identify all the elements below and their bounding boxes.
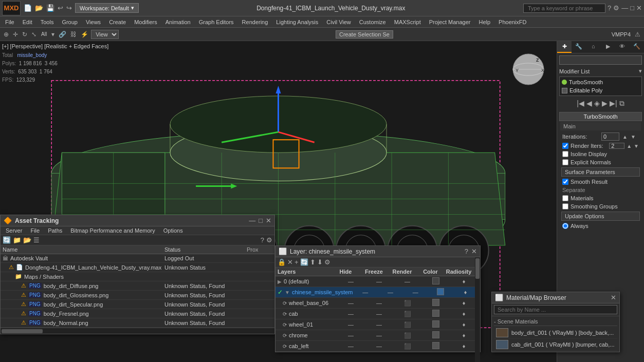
lw-tool-lock[interactable]: 🔒 [278, 258, 286, 266]
create-selection-button[interactable]: Create Selection Se [336, 30, 393, 39]
at-row-vault[interactable]: 🏛 Autodesk Vault Logged Out [1, 254, 274, 263]
menu-maxscript[interactable]: MAXScript [390, 18, 425, 26]
at-tool-list[interactable]: ☰ [33, 236, 40, 244]
menu-file[interactable]: File [1, 18, 19, 26]
lw-tool-close[interactable]: ✕ [287, 258, 293, 266]
menu-create[interactable]: Create [105, 18, 130, 26]
menu-tools[interactable]: Tools [36, 18, 58, 26]
lw-missile-color[interactable] [428, 288, 453, 296]
menu-edit[interactable]: Edit [19, 18, 36, 26]
smooth-result-checkbox[interactable] [562, 179, 568, 185]
lw-chrome-hide[interactable]: — [337, 332, 365, 338]
filter-icon[interactable]: ▾ [50, 30, 56, 39]
menu-group[interactable]: Group [58, 18, 82, 26]
lw-cab-left-hide[interactable]: — [337, 343, 365, 349]
lw-wheel-base-freeze[interactable]: — [365, 300, 393, 306]
viewport-mode-select[interactable]: View [91, 30, 119, 39]
at-menu-paths[interactable]: Paths [44, 227, 66, 234]
at-row-maps-folder[interactable]: 📁 Maps / Shaders [1, 272, 274, 281]
mb-search-input[interactable] [494, 305, 617, 314]
lw-default-hide[interactable]: — [337, 278, 365, 284]
undo-icon[interactable]: ↩ [57, 3, 64, 13]
menu-views[interactable]: Views [82, 18, 105, 26]
lw-default-render[interactable]: — [393, 278, 421, 284]
at-close-button[interactable]: ✕ [266, 217, 271, 224]
rp-tab-hierarchy[interactable]: ⌂ [586, 41, 600, 53]
maximize-icon[interactable]: □ [630, 4, 634, 12]
lw-chrome-color[interactable] [421, 331, 450, 339]
at-menu-server[interactable]: Server [2, 227, 26, 234]
new-icon[interactable]: 📄 [23, 3, 33, 13]
mod-highlight-icon[interactable]: ◈ [594, 99, 600, 108]
search-input[interactable] [523, 4, 605, 13]
scale-icon[interactable]: ⤡ [30, 30, 38, 39]
iterations-spin-down[interactable]: ▼ [631, 134, 636, 140]
close-icon[interactable]: ✕ [636, 4, 642, 12]
at-scrollbar-h[interactable] [1, 328, 274, 334]
lw-cab-left-freeze[interactable]: — [365, 343, 393, 349]
lw-row-chinese-missile[interactable]: ✓ ▼ chinese_missile_system — — — ♦ [275, 287, 480, 298]
mod-copy-icon[interactable]: ⧉ [619, 99, 624, 108]
mod-first-icon[interactable]: |◀ [577, 99, 584, 108]
lw-cab-left-radiosity[interactable]: ♦ [450, 343, 478, 349]
lw-row-chrome[interactable]: ⟳ chrome — — ⬛ ♦ [275, 330, 480, 341]
rp-modifier-dropdown-icon[interactable]: ▾ [639, 68, 642, 74]
lw-cab-left-color[interactable] [421, 342, 450, 350]
at-minimize-button[interactable]: — [249, 217, 255, 224]
render-iters-input[interactable] [609, 143, 624, 149]
lw-wheel01-color[interactable] [421, 320, 450, 329]
at-menu-bitmap[interactable]: Bitmap Performance and Memory [66, 227, 159, 234]
at-menu-options[interactable]: Options [159, 227, 187, 234]
lw-row-cab[interactable]: ⟳ cab — — ⬛ ♦ [275, 309, 480, 319]
smoothing-groups-checkbox[interactable] [562, 203, 568, 209]
lw-tool-refresh[interactable]: 🔄 [300, 258, 308, 266]
at-tool-folder2[interactable]: 📂 [23, 236, 31, 244]
modifier-checkbox[interactable] [562, 88, 567, 93]
menu-graph-editors[interactable]: Graph Editors [195, 18, 238, 26]
lw-default-color[interactable] [421, 277, 450, 285]
menu-rendering[interactable]: Rendering [238, 18, 272, 26]
lw-wheel-base-color[interactable] [421, 299, 450, 307]
bind-icon[interactable]: ⚡ [79, 30, 90, 39]
at-row-body-specular[interactable]: ⚠ PNG body_dirt_Specular.png Unknown Sta… [1, 300, 274, 309]
select-icon[interactable]: ⊕ [2, 30, 10, 39]
lw-cab-radiosity[interactable]: ♦ [450, 311, 478, 317]
lw-tool-down[interactable]: ⬇ [317, 258, 323, 266]
lw-row-wheel-base[interactable]: ⟳ wheel_base_06 — — ⬛ ♦ [275, 298, 480, 309]
lw-row-cab-left[interactable]: ⟳ cab_left — — ⬛ ♦ [275, 341, 480, 352]
rp-tab-modify[interactable]: 🔧 [572, 41, 586, 53]
lw-wheel-base-hide[interactable]: — [337, 300, 365, 306]
at-tool-settings[interactable]: ⚙ [266, 236, 272, 244]
at-row-body-gloss[interactable]: ⚠ PNG body_dirt_Glossiness.png Unknown S… [1, 291, 274, 300]
lw-chrome-freeze[interactable]: — [365, 332, 393, 338]
lw-row-wheel01[interactable]: ⟳ wheel_01 — — ⬛ ♦ [275, 319, 480, 330]
menu-phoenixfd[interactable]: PhoenixFD [494, 18, 530, 26]
save-icon[interactable]: 💾 [45, 3, 56, 13]
lw-chrome-render[interactable]: ⬛ [393, 332, 421, 339]
menu-lighting-analysis[interactable]: Lighting Analysis [272, 18, 322, 26]
mb-item-body-dirt[interactable]: body_dirt_001 ( VRayMtl ) [body_back,... [494, 327, 617, 339]
lw-missile-render[interactable]: — [403, 289, 428, 295]
at-row-body-fresnel[interactable]: ⚠ PNG body_Fresnel.png Unknown Status, F… [1, 309, 274, 318]
settings-icon[interactable]: ⚙ [613, 4, 619, 12]
lw-cab-hide[interactable]: — [337, 311, 365, 317]
menu-civil-view[interactable]: Civil View [322, 18, 355, 26]
rp-tab-utilities[interactable]: 🔨 [630, 41, 644, 53]
iterations-input[interactable]: 0 [601, 132, 619, 141]
lw-wheel-base-radiosity[interactable]: ♦ [450, 300, 478, 306]
lw-chrome-radiosity[interactable]: ♦ [450, 332, 478, 338]
unlink-icon[interactable]: ⛓ [69, 30, 78, 39]
vmpp4-icon[interactable]: ⚠ [633, 30, 642, 39]
menu-help[interactable]: Help [474, 18, 494, 26]
lw-missile-radiosity[interactable]: ♦ [453, 289, 478, 295]
mod-prev-icon[interactable]: ◀ [586, 99, 592, 108]
at-row-body-normal[interactable]: ⚠ PNG body_Normal.png Unknown Status, Fo… [1, 318, 274, 328]
mb-item-cab-dirt[interactable]: cab_dirt_001 ( VRayMtl ) [bumper, cab,..… [494, 339, 617, 351]
lw-cab-render[interactable]: ⬛ [393, 311, 421, 317]
always-radio[interactable] [562, 223, 568, 229]
lw-tool-up[interactable]: ⬆ [310, 258, 316, 266]
render-iters-checkbox[interactable] [562, 143, 568, 149]
explicit-normals-checkbox[interactable] [562, 159, 568, 165]
lw-wheel01-freeze[interactable]: — [365, 321, 393, 328]
minimize-icon[interactable]: — [621, 4, 628, 12]
